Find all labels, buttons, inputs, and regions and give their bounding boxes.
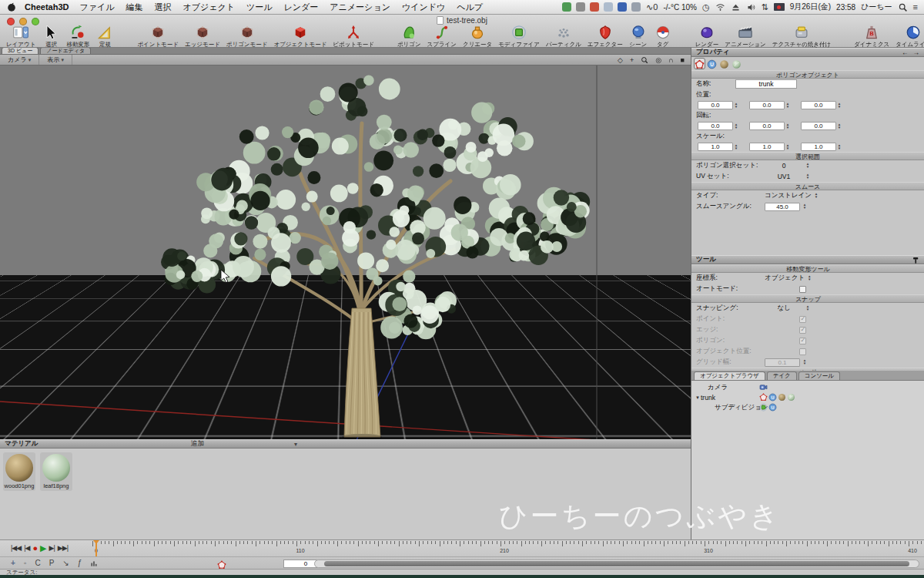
forward-arrow-icon[interactable]: → (913, 49, 920, 56)
scale-x-field[interactable]: 1.0 (698, 143, 733, 151)
go-to-start-button[interactable]: |◀◀ (11, 543, 21, 553)
browser-item-trunk[interactable]: ▼trunkU (691, 392, 924, 402)
move-transform-button[interactable]: 移動変形 (63, 25, 92, 49)
eject-icon[interactable] (731, 2, 741, 12)
back-arrow-icon[interactable]: ← (902, 49, 909, 56)
name-field[interactable] (735, 79, 797, 89)
menu-item-3[interactable]: オブジェクト (183, 2, 236, 13)
stepper[interactable]: ▲▼ (785, 122, 791, 130)
position-y-field[interactable]: 0.0 (749, 101, 785, 109)
step-back-button[interactable]: |◀ (24, 543, 29, 553)
cycle-icon[interactable]: C (35, 559, 40, 568)
preview-icon[interactable]: P (49, 559, 55, 568)
polygon-tag-icon[interactable] (695, 59, 705, 69)
add-material-button[interactable]: 追加 (191, 439, 204, 449)
stepper[interactable]: ▲▼ (806, 274, 812, 283)
automode-checkbox[interactable] (799, 286, 806, 293)
camera-zoom-icon[interactable] (641, 56, 648, 64)
polygon-set-value[interactable]: 0 (765, 162, 803, 170)
camera-icon[interactable] (759, 383, 768, 391)
timeline-ruler[interactable]: 0110210310410 (0, 540, 924, 556)
point-mode-button[interactable]: ポイントモード (134, 25, 182, 49)
animation-button[interactable]: アニメーション (721, 25, 769, 49)
record-button[interactable]: ● (32, 543, 37, 553)
smooth-type-dropdown[interactable]: コンストレイン (765, 191, 812, 200)
tag-button[interactable]: タグ (651, 25, 675, 49)
status-icon-paw[interactable] (576, 2, 585, 12)
browser-tab-0[interactable]: オブジェクトブラウザ (694, 371, 765, 380)
browser-tab-1[interactable]: テイク (767, 371, 797, 380)
polygon-button[interactable]: ポリゴン (394, 25, 424, 49)
app-menu[interactable]: Cheetah3D (25, 2, 69, 12)
camera-orbit-icon[interactable]: ◎ (655, 56, 661, 64)
camera-roll-icon[interactable]: ∩ (668, 56, 673, 64)
particle-button[interactable]: パーティクル (543, 25, 584, 49)
scene-button[interactable]: シーン (626, 25, 651, 49)
add-keyframe-icon[interactable]: + (11, 559, 15, 568)
apple-menu-icon[interactable] (6, 2, 17, 12)
network-activity-icon[interactable]: ∿0 (646, 2, 658, 12)
leaf-material-tag-icon[interactable] (732, 59, 742, 69)
polygon-icon[interactable] (759, 393, 768, 402)
snap-polygon-checkbox[interactable] (799, 338, 806, 344)
modifier-button[interactable]: モディファイア (495, 25, 543, 49)
stepper[interactable]: ▲▼ (785, 101, 791, 109)
user-name[interactable]: ひーちー (861, 2, 892, 12)
step-forward-button[interactable]: ▶| (49, 543, 55, 553)
trajectory-icon[interactable]: ↘ (62, 559, 69, 568)
polygon-filter-icon[interactable] (217, 559, 226, 568)
browser-tab-2[interactable]: コンソール (798, 371, 840, 380)
menu-item-2[interactable]: 選択 (155, 2, 172, 13)
leaf-material[interactable]: leaf18png (40, 452, 72, 491)
weather-status[interactable]: -/-°C 10% (663, 3, 696, 12)
smooth-angle-field[interactable]: 45.0 (765, 203, 800, 211)
3d-viewport[interactable] (0, 66, 691, 439)
position-x-field[interactable]: 0.0 (698, 101, 733, 109)
uv-icon[interactable]: U (768, 393, 777, 402)
stepper[interactable]: ▲▼ (805, 304, 811, 313)
menu-item-7[interactable]: ウインドウ (402, 2, 445, 13)
play-button[interactable]: ▶ (40, 543, 45, 553)
rotation-x-field[interactable]: 0.0 (698, 122, 733, 130)
fcurve-icon[interactable]: ƒ (78, 559, 82, 568)
spline-button[interactable]: スプライン (424, 25, 460, 49)
wood-material[interactable]: wood01png (3, 452, 35, 491)
effector-button[interactable]: エフェクター (584, 25, 626, 49)
texture-bake-button[interactable]: テクスチャの焼き付け (769, 25, 834, 49)
stepper[interactable]: ▲▼ (836, 143, 842, 151)
input-source-flag-icon[interactable] (774, 3, 785, 11)
menu-item-1[interactable]: 編集 (126, 2, 143, 13)
edge-mode-button[interactable]: エッジモード (182, 25, 223, 49)
menu-item-6[interactable]: アニメーション (330, 2, 390, 13)
ruler-button[interactable]: 定規 (92, 25, 117, 49)
menu-item-0[interactable]: ファイル (79, 2, 114, 13)
grid-width-field[interactable]: 0.1 (765, 358, 800, 367)
position-z-field[interactable]: 0.0 (801, 101, 836, 109)
timeline-button[interactable]: タイムライン (892, 25, 924, 49)
scale-z-field[interactable]: 1.0 (801, 143, 836, 151)
render-button[interactable]: レンダー (692, 25, 722, 49)
status-icon-media[interactable] (590, 2, 599, 12)
wood-icon[interactable] (778, 393, 786, 402)
stepper[interactable]: ▲▼ (802, 203, 808, 211)
keyframe-dot-icon[interactable]: ◦ (24, 559, 27, 568)
layout-button[interactable]: レイアウト (3, 25, 38, 49)
stepper[interactable]: ▲▼ (785, 143, 791, 151)
clock-status-icon[interactable]: ◷ (702, 2, 710, 12)
snapping-dropdown[interactable]: なし (765, 304, 803, 313)
pivot-mode-button[interactable]: ピボットモード (330, 25, 377, 49)
menu-item-5[interactable]: レンダー (284, 2, 319, 13)
status-icon-gray-app[interactable] (631, 2, 641, 12)
stepper[interactable]: ▲▼ (733, 143, 739, 151)
sync-icon[interactable]: ⇅ (762, 2, 768, 12)
creator-button[interactable]: クリエータ (460, 25, 495, 49)
dynamics-button[interactable]: Bダイナミクス (851, 25, 892, 49)
leaf-icon[interactable] (787, 393, 795, 402)
modifier-icon[interactable] (759, 403, 768, 412)
rotation-z-field[interactable]: 0.0 (801, 122, 836, 130)
rotation-y-field[interactable]: 0.0 (749, 122, 785, 130)
spotlight-search-icon[interactable] (898, 2, 908, 12)
browser-item-camera[interactable]: カメラ (691, 382, 924, 392)
timeline-scrollbar-thumb[interactable] (324, 561, 909, 566)
camera-menu[interactable]: カメラ ▾ (8, 55, 31, 64)
